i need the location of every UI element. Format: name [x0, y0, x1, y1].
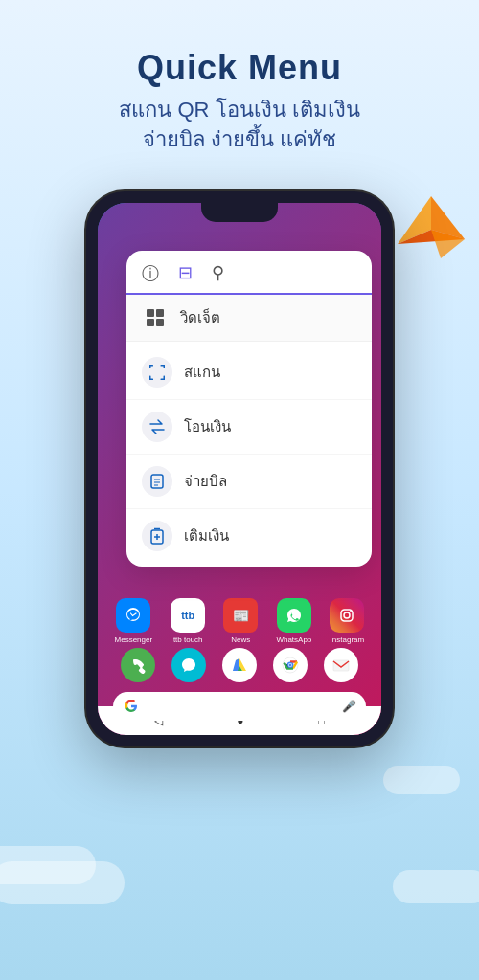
- menu-item-topup[interactable]: เติมเงิน: [126, 509, 372, 563]
- search-mic-icon[interactable]: 🎤: [342, 700, 356, 713]
- phone-mockup: ⓘ ⊟ ⚲: [86, 191, 393, 746]
- tab-info[interactable]: ⓘ: [142, 262, 159, 285]
- page-subtitle: สแกน QR โอนเงิน เติมเงิน จ่ายบิล ง่ายขึ้…: [19, 96, 460, 155]
- origami-bird-decoration: [393, 191, 469, 268]
- svg-rect-6: [147, 319, 154, 326]
- phone-screen: ⓘ ⊟ ⚲: [98, 203, 381, 735]
- scan-label: สแกน: [184, 361, 220, 384]
- page-title: Quick Menu: [19, 48, 460, 88]
- pay-icon: [142, 466, 172, 497]
- tab-layout[interactable]: ⊟: [178, 262, 193, 285]
- app-icons-row2: [98, 648, 381, 682]
- app-ttb-label: ttb touch: [173, 635, 203, 644]
- app-whatsapp-label: WhatsApp: [276, 635, 311, 644]
- phone-frame: ⓘ ⊟ ⚲: [86, 191, 393, 746]
- topup-label: เติมเงิน: [184, 524, 229, 547]
- svg-rect-38: [333, 660, 349, 671]
- app-news-label: News: [231, 635, 250, 644]
- transfer-label: โอนเงิน: [184, 415, 231, 438]
- svg-rect-7: [156, 319, 164, 326]
- quick-menu-popup: ⓘ ⊟ ⚲: [126, 251, 372, 567]
- svg-point-37: [288, 664, 291, 667]
- scan-icon: [142, 357, 172, 388]
- header-area: Quick Menu สแกน QR โอนเงิน เติมเงิน จ่าย…: [0, 0, 479, 174]
- app-drive[interactable]: [222, 648, 257, 682]
- phone-notch: [201, 203, 278, 222]
- svg-rect-15: [161, 379, 166, 381]
- subtitle-line2: จ่ายบิล ง่ายขึ้น แค่ทัช: [143, 127, 336, 151]
- app-messages[interactable]: [171, 648, 206, 682]
- widget-label: วิดเจ็ต: [180, 306, 220, 329]
- app-messenger[interactable]: Messenger: [115, 598, 153, 644]
- menu-item-scan[interactable]: สแกน: [126, 345, 372, 400]
- app-icons-row1: Messenger ttb ttb touch 📰 N: [98, 598, 381, 644]
- pay-label: จ่ายบิล: [184, 470, 227, 493]
- widget-icon: [142, 304, 169, 331]
- app-instagram[interactable]: Instagram: [330, 598, 364, 644]
- menu-item-transfer[interactable]: โอนเงิน: [126, 400, 372, 455]
- quick-menu-tabs: ⓘ ⊟ ⚲: [126, 251, 372, 295]
- svg-point-27: [344, 612, 350, 618]
- subtitle-line1: สแกน QR โอนเงิน เติมเงิน: [119, 98, 359, 122]
- cloud-decoration-2: [393, 870, 479, 903]
- menu-section-widget: วิดเจ็ต: [126, 295, 372, 342]
- cloud-decoration-3: [383, 766, 460, 794]
- app-instagram-label: Instagram: [331, 635, 365, 644]
- app-news[interactable]: 📰 News: [223, 598, 258, 644]
- svg-rect-11: [164, 365, 166, 368]
- tab-pin[interactable]: ⚲: [212, 262, 224, 285]
- app-whatsapp[interactable]: WhatsApp: [276, 598, 311, 644]
- transfer-icon: [142, 412, 172, 442]
- app-messenger-label: Messenger: [115, 635, 153, 644]
- svg-point-28: [350, 611, 352, 612]
- app-chrome[interactable]: [273, 648, 308, 682]
- svg-rect-9: [149, 365, 151, 368]
- home-screen: ⓘ ⊟ ⚲: [98, 203, 381, 735]
- svg-rect-4: [147, 309, 154, 317]
- app-phone[interactable]: [121, 648, 155, 682]
- svg-rect-16: [151, 475, 163, 488]
- svg-rect-5: [156, 309, 164, 317]
- menu-items-list: สแกน โอนเงิน: [126, 342, 372, 567]
- menu-item-pay[interactable]: จ่ายบิล: [126, 455, 372, 509]
- topup-icon: [142, 521, 172, 551]
- svg-rect-13: [149, 379, 153, 381]
- google-search-bar[interactable]: 🎤: [113, 692, 366, 721]
- cloud-decoration-4: [0, 861, 125, 904]
- app-ttb[interactable]: ttb ttb touch: [171, 598, 205, 644]
- app-gmail[interactable]: [324, 648, 358, 682]
- google-logo: [123, 698, 140, 715]
